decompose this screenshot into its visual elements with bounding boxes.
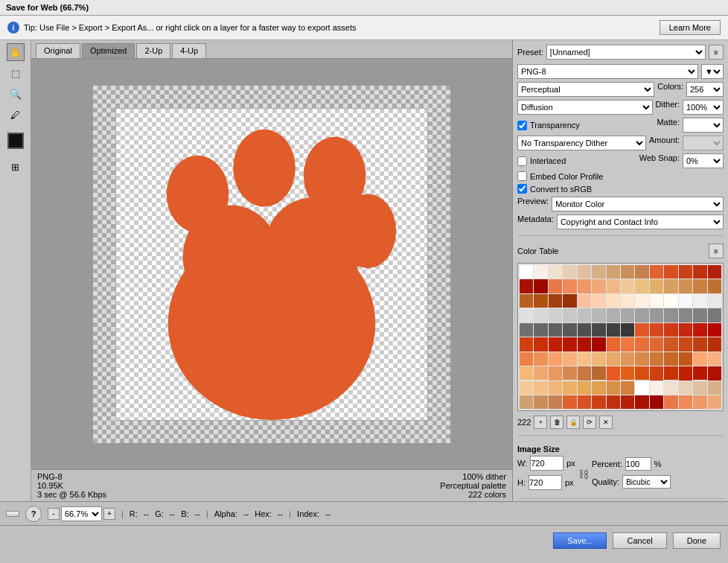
preset-select[interactable]: [Unnamed]	[546, 45, 706, 60]
color-cell[interactable]	[520, 337, 533, 351]
color-cell[interactable]	[693, 279, 706, 293]
color-cell[interactable]	[520, 366, 533, 380]
width-input[interactable]	[530, 456, 563, 471]
transparency-dither-select[interactable]: No Transparency Dither	[517, 136, 646, 150]
color-cell[interactable]	[549, 279, 562, 293]
color-cell[interactable]	[578, 308, 591, 322]
color-cell[interactable]	[708, 294, 721, 308]
help-button[interactable]: ?	[25, 506, 42, 522]
dither-select[interactable]: Diffusion	[517, 100, 653, 115]
color-cell[interactable]	[664, 337, 677, 351]
color-cell[interactable]	[650, 323, 663, 337]
color-cell[interactable]	[592, 323, 605, 337]
color-cell[interactable]	[621, 337, 634, 351]
learn-more-button[interactable]: Learn More	[660, 20, 721, 35]
color-cell[interactable]	[621, 395, 634, 409]
color-cell[interactable]	[679, 337, 692, 351]
embed-color-checkbox[interactable]	[517, 171, 527, 181]
color-cell[interactable]	[708, 366, 721, 380]
delete-color-button[interactable]: 🗑	[550, 416, 563, 429]
color-cell[interactable]	[693, 395, 706, 409]
color-cell[interactable]	[621, 265, 634, 279]
color-cell[interactable]	[607, 265, 620, 279]
color-cell[interactable]	[549, 294, 562, 308]
color-cell[interactable]	[592, 366, 605, 380]
color-cell[interactable]	[650, 308, 663, 322]
color-cell[interactable]	[635, 308, 648, 322]
color-cell[interactable]	[664, 395, 677, 409]
zoom-in-button[interactable]: +	[103, 508, 115, 520]
color-cell[interactable]	[708, 337, 721, 351]
color-cell[interactable]	[693, 366, 706, 380]
trash-color-button[interactable]: ✕	[599, 416, 613, 429]
reduction-select[interactable]: Perceptual	[517, 82, 654, 97]
slice-select-tool[interactable]: ⬚	[7, 64, 25, 82]
color-cell[interactable]	[563, 323, 576, 337]
color-cell[interactable]	[563, 381, 576, 395]
color-cell[interactable]	[563, 352, 576, 366]
zoom-select[interactable]: 66.7%	[61, 506, 102, 521]
quality-select[interactable]: Bicubic	[622, 475, 671, 489]
color-cell[interactable]	[635, 352, 648, 366]
color-cell[interactable]	[592, 337, 605, 351]
color-cell[interactable]	[534, 308, 547, 322]
color-cell[interactable]	[607, 395, 620, 409]
foreground-color[interactable]	[7, 133, 24, 149]
color-cell[interactable]	[520, 395, 533, 409]
color-cell[interactable]	[592, 352, 605, 366]
color-cell[interactable]	[693, 337, 706, 351]
done-button[interactable]: Done	[673, 532, 721, 549]
color-cell[interactable]	[635, 279, 648, 293]
tab-optimized[interactable]: Optimized	[82, 43, 135, 58]
color-cell[interactable]	[621, 308, 634, 322]
color-cell[interactable]	[534, 279, 547, 293]
color-cell[interactable]	[520, 265, 533, 279]
color-cell[interactable]	[621, 381, 634, 395]
hand-tool[interactable]: ✋	[7, 43, 25, 61]
color-cell[interactable]	[592, 308, 605, 322]
color-cell[interactable]	[693, 352, 706, 366]
color-cell[interactable]	[607, 366, 620, 380]
color-cell[interactable]	[563, 337, 576, 351]
color-cell[interactable]	[708, 395, 721, 409]
format-select[interactable]: PNG-8	[517, 64, 698, 79]
color-cell[interactable]	[708, 352, 721, 366]
transparency-checkbox[interactable]	[517, 121, 527, 130]
color-cell[interactable]	[635, 323, 648, 337]
color-cell[interactable]	[708, 265, 721, 279]
color-cell[interactable]	[520, 279, 533, 293]
color-cell[interactable]	[635, 337, 648, 351]
save-button[interactable]: Save...	[553, 532, 607, 549]
color-cell[interactable]	[693, 323, 706, 337]
color-cell[interactable]	[592, 395, 605, 409]
color-cell[interactable]	[693, 308, 706, 322]
color-cell[interactable]	[693, 294, 706, 308]
color-cell[interactable]	[635, 366, 648, 380]
color-cell[interactable]	[534, 352, 547, 366]
color-cell[interactable]	[563, 395, 576, 409]
preview-button[interactable]	[6, 511, 19, 517]
color-cell[interactable]	[534, 294, 547, 308]
color-cell[interactable]	[664, 265, 677, 279]
color-cell[interactable]	[534, 395, 547, 409]
color-cell[interactable]	[679, 323, 692, 337]
lock-color-button[interactable]: 🔒	[566, 416, 580, 429]
color-cell[interactable]	[578, 265, 591, 279]
color-cell[interactable]	[607, 294, 620, 308]
color-cell[interactable]	[534, 366, 547, 380]
color-cell[interactable]	[664, 308, 677, 322]
color-cell[interactable]	[650, 279, 663, 293]
color-cell[interactable]	[679, 265, 692, 279]
color-cell[interactable]	[650, 352, 663, 366]
color-cell[interactable]	[635, 265, 648, 279]
color-cell[interactable]	[549, 366, 562, 380]
tab-2up[interactable]: 2-Up	[136, 43, 170, 58]
color-cell[interactable]	[607, 308, 620, 322]
cancel-button[interactable]: Cancel	[613, 532, 666, 549]
zoom-out-button[interactable]: -	[48, 508, 60, 520]
color-cell[interactable]	[520, 381, 533, 395]
eyedropper-tool[interactable]: 🖊	[7, 106, 25, 124]
interlaced-checkbox[interactable]	[517, 156, 527, 166]
color-cell[interactable]	[563, 265, 576, 279]
color-cell[interactable]	[549, 337, 562, 351]
